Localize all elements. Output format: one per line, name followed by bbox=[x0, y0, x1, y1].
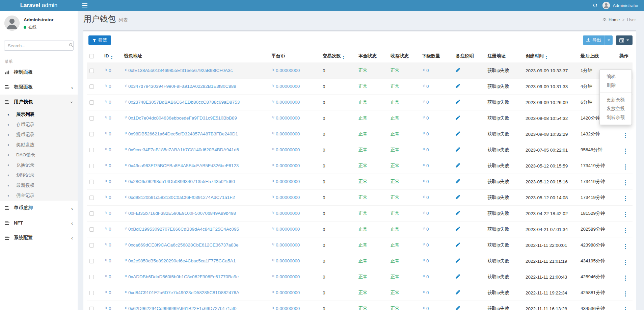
sidebar-subitem[interactable]: ◐最新授权 bbox=[0, 180, 78, 190]
refresh-icon[interactable] bbox=[592, 3, 598, 8]
expand-chevron-icon[interactable]: » bbox=[422, 100, 427, 105]
subordinate-count-value[interactable]: 0 bbox=[426, 68, 429, 73]
sidebar-subitem[interactable]: ◐佣金记录 bbox=[0, 190, 78, 201]
subordinate-count-value[interactable]: 0 bbox=[426, 306, 429, 310]
row-checkbox[interactable] bbox=[89, 100, 94, 105]
id-value[interactable]: 0 bbox=[109, 274, 111, 279]
expand-chevron-icon[interactable]: » bbox=[104, 196, 109, 200]
expand-chevron-icon[interactable]: » bbox=[422, 69, 427, 73]
expand-chevron-icon[interactable]: » bbox=[104, 116, 109, 121]
edit-note-icon[interactable] bbox=[456, 163, 460, 169]
expand-chevron-icon[interactable]: » bbox=[104, 211, 109, 216]
platform-coin-value[interactable]: 0.00000000 bbox=[276, 290, 300, 295]
subordinate-count-value[interactable]: 0 bbox=[426, 131, 429, 136]
sidebar-subitem[interactable]: ◐奖励发放 bbox=[0, 140, 78, 150]
sort-icon[interactable] bbox=[343, 56, 345, 59]
expand-chevron-icon[interactable]: » bbox=[104, 180, 109, 184]
expand-chevron-icon[interactable]: » bbox=[422, 307, 427, 310]
expand-chevron-icon[interactable]: » bbox=[422, 291, 427, 295]
subordinate-count-value[interactable]: 0 bbox=[426, 274, 429, 279]
edit-note-icon[interactable] bbox=[456, 115, 460, 121]
column-selector-button[interactable] bbox=[616, 35, 633, 45]
row-actions-icon[interactable] bbox=[624, 307, 627, 310]
row-checkbox[interactable] bbox=[89, 275, 94, 279]
expand-chevron-icon[interactable]: » bbox=[124, 116, 129, 121]
expand-chevron-icon[interactable]: » bbox=[104, 84, 109, 89]
platform-coin-value[interactable]: 0.00000000 bbox=[276, 179, 300, 184]
expand-chevron-icon[interactable]: » bbox=[271, 211, 276, 216]
wallet-address-link[interactable]: 0x2c9850cB5e8920290ef6e4Cbac5ca1F775CCa5… bbox=[128, 258, 236, 263]
sidebar-item-2[interactable]: 权限面板‹ bbox=[0, 80, 78, 95]
id-value[interactable]: 0 bbox=[109, 179, 111, 184]
row-actions-icon[interactable] bbox=[624, 259, 627, 266]
expand-chevron-icon[interactable]: » bbox=[271, 69, 276, 73]
expand-chevron-icon[interactable]: » bbox=[124, 243, 129, 248]
row-checkbox[interactable] bbox=[89, 180, 94, 184]
edit-note-icon[interactable] bbox=[456, 242, 460, 248]
platform-coin-value[interactable]: 0.00000000 bbox=[276, 163, 300, 168]
expand-chevron-icon[interactable]: » bbox=[124, 180, 129, 184]
expand-chevron-icon[interactable]: » bbox=[271, 196, 276, 200]
subordinate-count-value[interactable]: 0 bbox=[426, 147, 429, 152]
expand-chevron-icon[interactable]: » bbox=[104, 275, 109, 279]
edit-note-icon[interactable] bbox=[456, 290, 460, 295]
expand-chevron-icon[interactable]: » bbox=[104, 100, 109, 105]
export-dropdown-toggle[interactable] bbox=[605, 35, 613, 45]
expand-chevron-icon[interactable]: » bbox=[104, 243, 109, 248]
expand-chevron-icon[interactable]: » bbox=[124, 291, 129, 295]
wallet-address-link[interactable]: 0x1Dc7e04dc804636ebbcedeFa9FD31c9E510BbB… bbox=[128, 115, 237, 121]
expand-chevron-icon[interactable]: » bbox=[124, 69, 129, 73]
row-checkbox[interactable] bbox=[89, 196, 94, 200]
expand-chevron-icon[interactable]: » bbox=[422, 227, 427, 232]
wallet-address-link[interactable]: 0xca669dCE8f9CACa6c256828CbE612CE36737a8… bbox=[128, 242, 239, 248]
id-value[interactable]: 0 bbox=[109, 100, 111, 105]
edit-note-icon[interactable] bbox=[456, 195, 460, 200]
expand-chevron-icon[interactable]: » bbox=[104, 307, 109, 310]
platform-coin-value[interactable]: 0.00000000 bbox=[276, 211, 300, 216]
wallet-address-link[interactable]: 0x49ca963Ef75BCEBa8E4A5F4cEAB5Fd326beF61… bbox=[128, 163, 239, 168]
expand-chevron-icon[interactable]: » bbox=[422, 275, 427, 279]
row-actions-icon[interactable] bbox=[624, 227, 627, 234]
expand-chevron-icon[interactable]: » bbox=[124, 100, 129, 105]
row-actions-icon[interactable] bbox=[624, 132, 627, 139]
platform-coin-value[interactable]: 0.00000000 bbox=[276, 242, 300, 248]
row-checkbox[interactable] bbox=[89, 227, 94, 232]
sidebar-subitem[interactable]: ◐兑换记录 bbox=[0, 160, 78, 170]
row-actions-icon[interactable] bbox=[624, 164, 627, 171]
select-all-checkbox[interactable] bbox=[89, 54, 94, 58]
sort-icon[interactable] bbox=[111, 56, 113, 59]
subordinate-count-value[interactable]: 0 bbox=[426, 195, 429, 200]
sort-icon[interactable] bbox=[545, 56, 547, 59]
sidebar-item-6[interactable]: 系统配置‹ bbox=[0, 230, 78, 245]
sidebar-item-4[interactable]: 单币质押‹ bbox=[0, 201, 78, 215]
expand-chevron-icon[interactable]: » bbox=[422, 132, 427, 136]
expand-chevron-icon[interactable]: » bbox=[271, 243, 276, 248]
expand-chevron-icon[interactable]: » bbox=[422, 148, 427, 152]
expand-chevron-icon[interactable]: » bbox=[124, 211, 129, 216]
id-value[interactable]: 0 bbox=[109, 115, 111, 121]
id-value[interactable]: 0 bbox=[109, 306, 111, 310]
id-value[interactable]: 0 bbox=[109, 147, 111, 152]
expand-chevron-icon[interactable]: » bbox=[124, 84, 129, 89]
expand-chevron-icon[interactable]: » bbox=[422, 116, 427, 121]
id-value[interactable]: 0 bbox=[109, 258, 111, 263]
expand-chevron-icon[interactable]: » bbox=[271, 180, 276, 184]
sidebar-toggle-icon[interactable] bbox=[78, 0, 91, 11]
menu-item[interactable]: 编辑 bbox=[600, 72, 632, 81]
row-checkbox[interactable] bbox=[89, 259, 94, 263]
subordinate-count-value[interactable]: 0 bbox=[426, 179, 429, 184]
expand-chevron-icon[interactable]: » bbox=[422, 84, 427, 89]
id-value[interactable]: 0 bbox=[109, 242, 111, 248]
subordinate-count-value[interactable]: 0 bbox=[426, 211, 429, 216]
row-actions-icon[interactable] bbox=[624, 180, 627, 186]
platform-coin-value[interactable]: 0.00000000 bbox=[276, 131, 300, 136]
id-value[interactable]: 0 bbox=[109, 211, 111, 216]
row-actions-icon[interactable] bbox=[624, 291, 627, 298]
row-checkbox[interactable] bbox=[89, 307, 94, 310]
edit-note-icon[interactable] bbox=[456, 274, 460, 280]
expand-chevron-icon[interactable]: » bbox=[422, 243, 427, 248]
platform-coin-value[interactable]: 0.00000000 bbox=[276, 195, 300, 200]
user-menu[interactable]: Administrator bbox=[602, 2, 639, 9]
id-value[interactable]: 0 bbox=[109, 163, 111, 168]
sidebar-subitem[interactable]: ◐提币记录 bbox=[0, 130, 78, 140]
